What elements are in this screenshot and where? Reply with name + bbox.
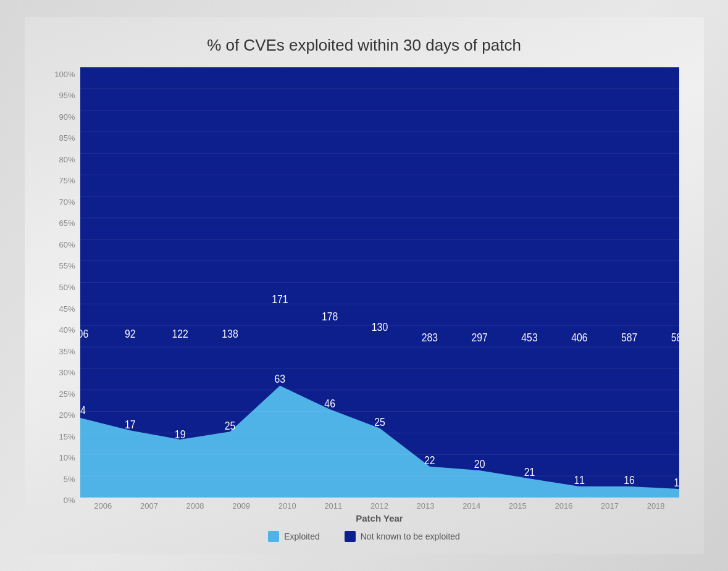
y-axis-label: 5% [64, 475, 75, 483]
legend-label-exploited: Exploited [284, 531, 320, 541]
chart-container: % of CVEs exploited within 30 days of pa… [25, 17, 704, 554]
x-axis-label: 2015 [495, 501, 541, 511]
x-axis-label: 2009 [218, 501, 264, 511]
svg-text:12: 12 [674, 477, 679, 489]
y-axis-label: 50% [59, 283, 75, 291]
svg-text:46: 46 [324, 397, 335, 409]
svg-text:588: 588 [671, 331, 679, 344]
chart-title: % of CVEs exploited within 30 days of pa… [207, 36, 521, 55]
svg-text:406: 406 [571, 331, 587, 344]
y-axis-label: 60% [59, 241, 75, 249]
svg-text:171: 171 [272, 293, 288, 306]
y-axis-label: 40% [59, 326, 75, 334]
svg-text:19: 19 [174, 428, 185, 441]
y-axis-label: 45% [59, 305, 75, 313]
y-axis-label: 90% [59, 113, 75, 121]
x-axis-title: Patch Year [80, 513, 679, 523]
x-axis-label: 2006 [80, 501, 127, 511]
y-axis-label: 30% [59, 369, 75, 377]
y-axis-label: 80% [59, 156, 75, 164]
chart-area: 100%95%90%85%80%75%70%65%60%55%50%45%40%… [49, 67, 679, 523]
y-axis-label: 10% [59, 454, 75, 462]
svg-text:130: 130 [371, 321, 387, 333]
x-axis-label: 2011 [311, 501, 357, 511]
legend-item-exploited: Exploited [268, 531, 320, 542]
svg-text:11: 11 [574, 473, 585, 486]
svg-text:283: 283 [421, 331, 437, 344]
svg-text:22: 22 [424, 454, 435, 467]
svg-text:25: 25 [374, 416, 385, 428]
svg-text:587: 587 [621, 331, 637, 344]
svg-text:16: 16 [624, 473, 635, 486]
x-axis-label: 2010 [264, 501, 311, 511]
y-axis-label: 70% [59, 198, 75, 206]
legend-item-not-exploited: Not known to be exploited [345, 531, 460, 542]
legend-color-not-exploited [345, 531, 356, 542]
svg-text:92: 92 [125, 328, 136, 340]
x-axis-label: 2012 [356, 501, 403, 511]
svg-text:24: 24 [80, 404, 86, 417]
svg-text:21: 21 [524, 466, 535, 478]
y-axis-label: 75% [59, 177, 75, 185]
chart-body: 24 17 19 25 63 46 25 22 20 21 11 16 12 [80, 67, 679, 523]
svg-text:122: 122 [172, 328, 188, 340]
legend-label-not-exploited: Not known to be exploited [361, 531, 460, 541]
x-axis-label: 2018 [633, 501, 679, 511]
y-axis-label: 25% [59, 390, 75, 398]
y-axis-label: 35% [59, 348, 75, 356]
y-axis-label: 100% [54, 70, 75, 78]
legend: Exploited Not known to be exploited [268, 531, 460, 542]
x-axis-label: 2008 [172, 501, 219, 511]
x-axis-label: 2017 [587, 501, 633, 511]
svg-text:25: 25 [224, 419, 235, 431]
y-axis-label: 20% [59, 411, 75, 419]
x-axis-label: 2016 [541, 501, 587, 511]
grid-lines [80, 67, 679, 498]
main-chart: 24 17 19 25 63 46 25 22 20 21 11 16 12 [80, 67, 679, 498]
x-axis-labels: 2006200720082009201020112012201320142015… [80, 498, 679, 511]
svg-text:453: 453 [521, 331, 537, 344]
y-axis-label: 85% [59, 134, 75, 142]
y-axis-label: 65% [59, 219, 75, 227]
svg-text:63: 63 [274, 373, 285, 385]
y-axis-label: 15% [59, 433, 75, 441]
x-axis-label: 2014 [448, 501, 495, 511]
y-axis-label: 0% [64, 496, 75, 504]
svg-wrapper: 24 17 19 25 63 46 25 22 20 21 11 16 12 [80, 67, 679, 498]
svg-text:106: 106 [80, 328, 88, 340]
legend-color-exploited [268, 531, 279, 542]
x-axis-label: 2007 [126, 501, 172, 511]
x-axis-label: 2013 [403, 501, 449, 511]
svg-text:297: 297 [471, 331, 487, 344]
svg-text:178: 178 [321, 311, 337, 323]
svg-text:138: 138 [222, 328, 238, 340]
svg-text:20: 20 [474, 457, 485, 470]
svg-text:17: 17 [125, 418, 136, 430]
y-axis: 100%95%90%85%80%75%70%65%60%55%50%45%40%… [49, 67, 80, 523]
y-axis-label: 55% [59, 262, 75, 270]
y-axis-label: 95% [59, 91, 75, 99]
